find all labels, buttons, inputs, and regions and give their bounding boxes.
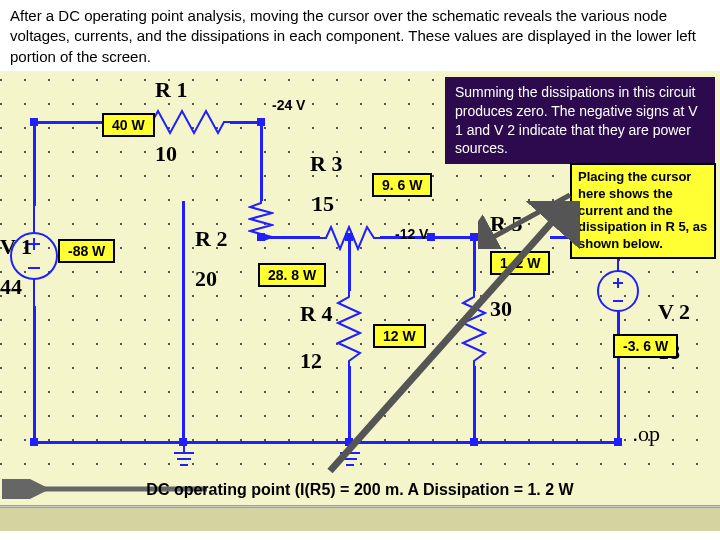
label-v1: V 1 [0, 234, 32, 260]
schematic-node [470, 233, 478, 241]
value-r2: 20 [195, 266, 217, 292]
intro-text: After a DC operating point analysis, mov… [0, 0, 720, 71]
value-r1: 10 [155, 141, 177, 167]
wire [348, 366, 351, 446]
schematic-node [30, 118, 38, 126]
wire [33, 121, 36, 206]
resistor-r3-icon [318, 225, 380, 251]
wire [33, 306, 36, 441]
node-voltage-mid: -12 V [395, 226, 428, 242]
resistor-r4-icon [336, 289, 362, 367]
grid-row [0, 439, 720, 440]
value-r3: 15 [312, 191, 334, 217]
dissipation-r5: 1. 2 W [490, 251, 550, 275]
resistor-r2-icon [248, 199, 274, 241]
dissipation-v2: -3. 6 W [613, 334, 678, 358]
dissipation-r4: 12 W [373, 324, 426, 348]
grid-row [0, 415, 720, 416]
ground-icon [338, 443, 362, 471]
value-r4: 12 [300, 348, 322, 374]
dissipation-r3: 9. 6 W [372, 173, 432, 197]
ground-icon [172, 443, 196, 471]
schematic-node [614, 438, 622, 446]
svg-point-1 [598, 271, 638, 311]
grid-row [0, 391, 720, 392]
node-voltage-top: -24 V [272, 97, 305, 113]
note-sum-box: Summing the dissipations in this circuit… [445, 77, 715, 165]
wire [473, 366, 476, 446]
label-r1: R 1 [155, 77, 187, 103]
schematic-node [470, 438, 478, 446]
wire [182, 201, 185, 446]
status-line: DC operating point (I(R5) = 200 m. A Dis… [0, 481, 720, 499]
dissipation-r1: 40 W [102, 113, 155, 137]
dissipation-v1: -88 W [58, 239, 115, 263]
dissipation-r2: 28. 8 W [258, 263, 326, 287]
bottom-bar [0, 508, 720, 531]
schematic-node [30, 438, 38, 446]
label-r4: R 4 [300, 301, 332, 327]
schematic-canvas: // grid drawn after data binding below –… [0, 71, 720, 531]
schematic-node [257, 118, 265, 126]
value-r5: 30 [490, 296, 512, 322]
op-directive: .op [633, 421, 661, 447]
wire [260, 121, 263, 201]
label-r2: R 2 [195, 226, 227, 252]
wire [617, 311, 620, 444]
wire [473, 236, 476, 291]
resistor-r5-icon [461, 289, 487, 367]
note-r5-box: Placing the cursor here shows the curren… [570, 163, 716, 259]
label-r5: R 5 [490, 211, 522, 237]
voltage-source-v2-icon [594, 261, 642, 321]
grid-row [0, 367, 720, 368]
label-r3: R 3 [310, 151, 342, 177]
wire [33, 441, 620, 444]
label-v2: V 2 [658, 299, 690, 325]
value-v1: 44 [0, 274, 22, 300]
